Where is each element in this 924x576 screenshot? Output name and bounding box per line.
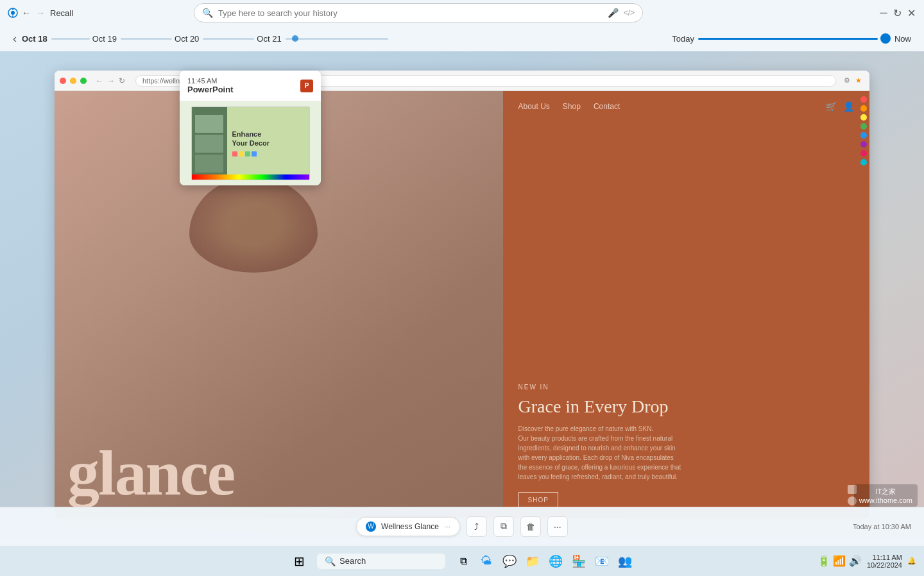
timeline-thumb[interactable] — [880, 33, 891, 44]
today-track — [698, 38, 878, 40]
widgets-icon[interactable]: 🌤 — [476, 551, 497, 572]
color-dot-green[interactable] — [860, 123, 867, 130]
timeline-cursor — [292, 35, 298, 42]
code-icon[interactable]: </> — [624, 8, 635, 17]
taskbar-search-icon: 🔍 — [325, 556, 336, 566]
app-pill-label: Wellness Glance — [381, 522, 439, 531]
chat-icon[interactable]: 💬 — [499, 551, 520, 572]
browser-close-btn[interactable] — [60, 78, 66, 84]
minimize-button[interactable]: ─ — [879, 8, 888, 17]
color-dot-purple[interactable] — [860, 141, 867, 148]
timeline-oct21[interactable]: Oct 21 — [257, 34, 388, 44]
notification-icon[interactable]: 🔔 — [907, 557, 916, 565]
oct20-label: Oct 20 — [175, 34, 199, 44]
slide-thumb-3 — [195, 155, 223, 173]
window-controls: ─ ↻ ✕ — [879, 8, 916, 17]
more-button[interactable]: ··· — [547, 516, 568, 537]
browser-icon[interactable]: 🌐 — [545, 551, 566, 572]
nav-back-icon[interactable]: ← — [22, 8, 32, 18]
timeline-oct18[interactable]: Oct 18 — [22, 34, 90, 44]
browser-forward-btn[interactable]: → — [107, 76, 116, 85]
share-button[interactable]: ⤴ — [466, 516, 487, 537]
oct18-label: Oct 18 — [22, 34, 47, 44]
nav-forward-icon[interactable]: → — [36, 8, 46, 18]
color-dot-orange[interactable] — [860, 105, 867, 112]
close-button[interactable]: ✕ — [907, 8, 916, 17]
browser-extension-icon[interactable]: ★ — [855, 76, 864, 85]
shop-button[interactable]: SHOP — [518, 492, 558, 508]
oct19-track — [121, 38, 172, 40]
website-content: glance About Us Shop Contact 🛒 👤 NEW IN — [55, 91, 869, 518]
app-favicon: W — [366, 521, 376, 532]
copy-button[interactable]: ⧉ — [493, 516, 514, 537]
taskbar-search-bar[interactable]: 🔍 Search — [317, 554, 445, 569]
slide-thumb-1 — [195, 115, 223, 133]
taskbar-clock[interactable]: 11:11 AM 10/22/2024 — [867, 554, 902, 569]
svg-point-1 — [11, 11, 15, 15]
search-icon: 🔍 — [202, 8, 213, 18]
mic-icon[interactable]: 🎤 — [608, 8, 619, 18]
ppt-popup-header: 11:45 AM PowerPoint P — [180, 71, 321, 101]
ppt-slide-title: Enhance Your Decor — [232, 130, 304, 147]
color-dot-teal[interactable] — [860, 159, 867, 165]
mail-icon[interactable]: 📧 — [592, 551, 612, 572]
ppt-slide-left — [192, 107, 227, 180]
taskview-button[interactable]: ⧉ — [453, 551, 474, 572]
recall-icon — [8, 8, 18, 18]
delete-button[interactable]: 🗑 — [520, 516, 541, 537]
ppt-slide: Enhance Your Decor — [191, 106, 310, 180]
store-icon[interactable]: 🏪 — [569, 551, 589, 572]
app-pill[interactable]: W Wellness Glance ··· — [356, 517, 460, 536]
fileexplorer-icon[interactable]: 📁 — [522, 551, 543, 572]
oct18-track — [51, 38, 90, 40]
timeline-oct19[interactable]: Oct 19 — [92, 34, 172, 44]
app-title: Recall — [50, 8, 73, 18]
history-search-input[interactable] — [218, 8, 603, 18]
oct19-label: Oct 19 — [92, 34, 117, 44]
powerpoint-popup: 11:45 AM PowerPoint P Enhance Your Decor — [180, 71, 321, 185]
color-dot-pink[interactable] — [860, 150, 867, 157]
ppt-time: 11:45 AM — [187, 77, 234, 85]
taskbar-time-display: 11:11 AM — [867, 554, 902, 561]
watermark-line2: www.ithome.com — [859, 496, 912, 504]
powerpoint-icon: P — [300, 80, 313, 92]
ppt-preview[interactable]: Enhance Your Decor — [180, 101, 321, 185]
ppt-popup-info: 11:45 AM PowerPoint — [187, 77, 234, 94]
user-icon[interactable]: 👤 — [843, 101, 854, 112]
timeline-back-button[interactable]: ‹ — [13, 32, 17, 46]
teams-icon[interactable]: 👥 — [615, 551, 635, 572]
today-label: Today — [672, 34, 694, 44]
browser-max-btn[interactable] — [80, 78, 87, 84]
start-button[interactable]: ⊞ — [289, 551, 309, 572]
main-area: ← → ↻ https://wellnessglance.com ⚙ ★ — [0, 51, 924, 538]
tray-icons: 🔋 📶 🔊 — [817, 555, 862, 567]
ppt-rainbow-bar — [192, 174, 309, 180]
site-nav-about[interactable]: About Us — [518, 102, 550, 111]
app-pill-more-btn[interactable]: ··· — [444, 522, 450, 531]
recall-timestamp: Today at 10:30 AM — [853, 523, 911, 530]
site-new-in: NEW IN — [518, 384, 855, 391]
browser-back-btn[interactable]: ← — [96, 76, 105, 85]
title-bar: ← → Recall 🔍 🎤 </> ─ ↻ ✕ — [0, 0, 924, 26]
color-dot-blue[interactable] — [860, 132, 867, 139]
cart-icon[interactable]: 🛒 — [826, 101, 837, 112]
oct21-label: Oct 21 — [257, 34, 281, 44]
site-nav-icons: 🛒 👤 — [826, 101, 854, 112]
refresh-button[interactable]: ↻ — [893, 8, 902, 17]
site-headline: Grace in Every Drop — [518, 396, 855, 418]
oct21-track — [286, 38, 388, 40]
browser-min-btn[interactable] — [70, 78, 76, 84]
site-nav-shop[interactable]: Shop — [563, 102, 581, 111]
history-search-bar[interactable]: 🔍 🎤 </> — [194, 3, 643, 22]
browser-reload-btn[interactable]: ↻ — [119, 76, 128, 85]
timeline-oct20[interactable]: Oct 20 — [175, 34, 254, 44]
ppt-slide-right: Enhance Your Decor — [227, 107, 309, 180]
color-swatches — [232, 151, 304, 157]
browser-settings-icon[interactable]: ⚙ — [844, 76, 853, 85]
site-nav-contact[interactable]: Contact — [594, 102, 620, 111]
browser-window: ← → ↻ https://wellnessglance.com ⚙ ★ — [55, 71, 869, 518]
color-dot-yellow[interactable] — [860, 114, 867, 121]
now-label: Now — [894, 34, 911, 44]
site-right-panel: About Us Shop Contact 🛒 👤 NEW IN Grace i… — [503, 91, 870, 518]
color-dot-red[interactable] — [860, 96, 867, 103]
